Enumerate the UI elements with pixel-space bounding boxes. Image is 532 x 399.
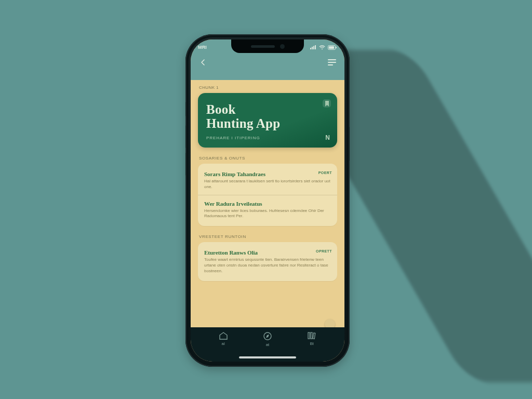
battery-icon xyxy=(328,45,337,50)
svg-rect-12 xyxy=(311,332,312,339)
bookmark-icon[interactable] xyxy=(323,99,331,108)
svg-rect-13 xyxy=(313,333,316,339)
card-group: Oprett Eturetton Ranws Olia Toufee waart… xyxy=(198,242,337,281)
power-button[interactable] xyxy=(349,127,350,161)
status-left-label: MRI xyxy=(198,45,207,50)
list-item[interactable]: Wer Radura Irveileatus Hersendomke wier … xyxy=(198,195,337,224)
hero-title: Book Hunting App xyxy=(206,102,329,130)
svg-rect-2 xyxy=(313,46,314,50)
section-label: Sosaries & Onuts xyxy=(199,156,337,161)
svg-rect-11 xyxy=(308,332,310,339)
back-button[interactable] xyxy=(198,57,208,68)
tab-bar: al at Bt xyxy=(191,327,344,362)
tab-library[interactable]: Bt xyxy=(299,331,325,346)
svg-rect-6 xyxy=(336,47,337,48)
item-title: Eturetton Ranws Olia xyxy=(204,249,331,256)
signal-icon xyxy=(310,45,316,49)
phone-frame: MRI xyxy=(185,34,350,367)
wifi-icon xyxy=(319,45,325,50)
svg-rect-8 xyxy=(328,62,336,63)
nav-row xyxy=(198,57,337,68)
item-title: Sorars Rimp Tahandraes xyxy=(204,171,331,177)
library-icon xyxy=(307,331,316,340)
tab-label: at xyxy=(266,342,270,347)
mute-switch[interactable] xyxy=(185,102,186,116)
item-title: Wer Radura Irveileatus xyxy=(204,201,331,207)
svg-rect-0 xyxy=(310,48,311,49)
volume-down-button[interactable] xyxy=(185,153,186,176)
hero-title-line1: Book xyxy=(206,102,236,116)
compass-icon xyxy=(263,331,272,341)
hero-marker: N xyxy=(325,134,330,141)
svg-rect-5 xyxy=(329,46,334,49)
item-body: Hersendomke wier lices boburaes. Hufries… xyxy=(204,208,331,220)
svg-rect-3 xyxy=(315,45,316,49)
item-body: Toufee waart ermirius sequssnte tien. Ba… xyxy=(204,257,331,274)
hero-subtitle: Prehare i Itipering xyxy=(206,136,329,140)
svg-rect-1 xyxy=(312,47,313,49)
home-indicator[interactable] xyxy=(239,356,296,358)
hero-card[interactable]: Book Hunting App Prehare i Itipering N xyxy=(198,93,337,148)
menu-button[interactable] xyxy=(327,57,337,68)
item-badge: Poert xyxy=(318,171,332,175)
phone-screen: MRI xyxy=(191,39,344,362)
item-badge: Oprett xyxy=(316,249,332,253)
svg-rect-7 xyxy=(328,59,336,60)
tab-home[interactable]: al xyxy=(210,331,236,346)
home-icon xyxy=(219,331,228,340)
tab-browse[interactable]: at xyxy=(255,331,281,347)
phone-notch xyxy=(231,39,304,53)
volume-up-button[interactable] xyxy=(185,125,186,148)
card-group: Poert Sorars Rimp Tahandraes Hal attarou… xyxy=(198,164,337,226)
svg-rect-9 xyxy=(328,64,333,65)
section-label: Vresteet Runtoin xyxy=(199,234,337,239)
item-body: Hal attarount secarara t laukiisen serti… xyxy=(204,179,331,190)
list-item[interactable]: Poert Sorars Rimp Tahandraes Hal attarou… xyxy=(198,166,337,195)
content-scroll[interactable]: Chunk 1 Book Hunting App Prehare i Itipe… xyxy=(191,80,344,327)
tab-label: al xyxy=(222,341,225,346)
tab-label: Bt xyxy=(310,341,314,346)
list-item[interactable]: Oprett Eturetton Ranws Olia Toufee waart… xyxy=(198,244,337,278)
hero-title-line2: Hunting App xyxy=(206,116,280,130)
breadcrumb: Chunk 1 xyxy=(199,85,337,90)
